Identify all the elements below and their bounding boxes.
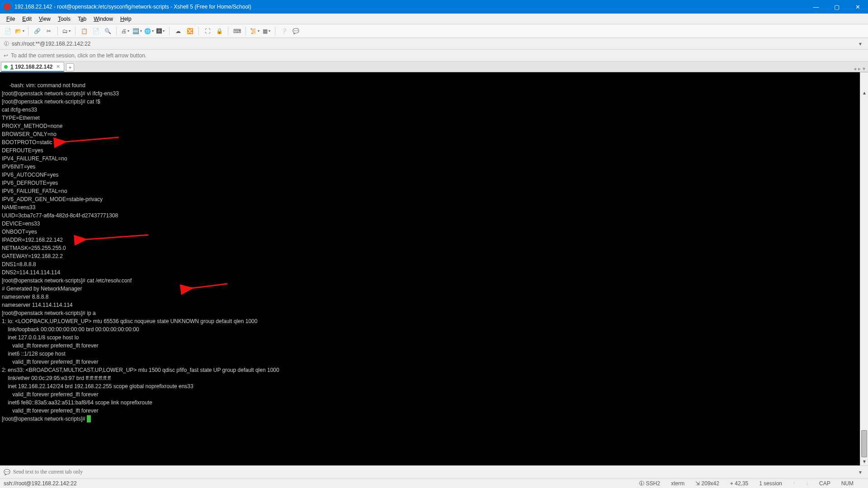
- maximize-button[interactable]: ▢: [826, 0, 847, 14]
- close-button[interactable]: ✕: [847, 0, 868, 14]
- hint-text: To add the current session, click on the…: [11, 52, 146, 59]
- arrow-left-icon[interactable]: ↩: [4, 52, 8, 59]
- new-session-icon[interactable]: 📄: [3, 26, 13, 36]
- fullscreen-icon[interactable]: ⛶: [203, 26, 212, 36]
- copy-icon[interactable]: 📋: [79, 26, 89, 36]
- address-text: ssh://root:**@192.168.22.142:22: [12, 41, 90, 47]
- separator: [116, 27, 117, 36]
- properties-icon[interactable]: 🗂: [61, 26, 71, 36]
- color-scheme-icon[interactable]: 🅰: [156, 26, 165, 36]
- open-icon[interactable]: 📂: [14, 26, 24, 36]
- terminal-scrollbar[interactable]: ▴ ▾: [860, 72, 868, 465]
- svg-line-2: [191, 284, 227, 288]
- add-tab-button[interactable]: ＋: [66, 63, 74, 71]
- compose-icon[interactable]: ⌨: [232, 26, 242, 36]
- tab-close-icon[interactable]: ✕: [56, 64, 60, 70]
- status-cap: CAP: [819, 480, 830, 487]
- status-sessions: 1 session: [759, 480, 782, 487]
- svg-line-0: [65, 137, 119, 142]
- tab-nav: ◂ ▸ ▾: [854, 66, 865, 72]
- titlebar: 192.168.22.142 - root@openstack:/etc/sys…: [0, 0, 868, 14]
- encoding-icon[interactable]: 🌐: [144, 26, 154, 36]
- annotation-arrow-icon: [54, 127, 123, 155]
- toolbar: 📄 📂 🔗 ✂ 🗂 📋 📄 🔍 🖨 🔤 🌐 🅰 ☁ 🔀 ⛶ 🔒 ⌨ 📜 ▦ ❔ …: [0, 24, 868, 38]
- separator: [198, 27, 199, 36]
- menu-help[interactable]: Help: [117, 14, 135, 24]
- send-input[interactable]: [13, 469, 856, 475]
- status-cursor: ⌖ 42,35: [730, 480, 748, 487]
- sendbar: 💬 ▾: [0, 465, 868, 478]
- tab-label: 1 192.168.22.142: [10, 64, 52, 70]
- status-num: NUM: [841, 480, 854, 487]
- tab-prev-icon[interactable]: ◂: [854, 66, 856, 72]
- print-icon[interactable]: 🖨: [120, 26, 130, 36]
- font-icon[interactable]: 🔤: [132, 26, 142, 36]
- session-tab[interactable]: 1 192.168.22.142 ✕: [1, 62, 64, 72]
- reconnect-icon[interactable]: 🔗: [32, 26, 42, 36]
- script-icon[interactable]: 📜: [250, 26, 259, 36]
- menu-edit[interactable]: Edit: [19, 14, 35, 24]
- menu-tools[interactable]: Tools: [54, 14, 74, 24]
- lock-icon: 🛈: [4, 41, 9, 47]
- terminal-prompt: [root@openstack network-scripts]#: [2, 416, 87, 422]
- chat-support-icon[interactable]: 💬: [291, 26, 301, 36]
- terminal-cursor: [87, 415, 91, 422]
- tunneling-icon[interactable]: 🔀: [185, 26, 195, 36]
- menubar: File Edit View Tools Tab Window Help: [0, 14, 868, 24]
- terminal-output: -bash: vim: command not found [root@open…: [2, 82, 279, 414]
- menu-window[interactable]: Window: [90, 14, 117, 24]
- paste-icon[interactable]: 📄: [91, 26, 101, 36]
- statusbar: ssh://root@192.168.22.142:22 🛈 SSH2 xter…: [0, 478, 868, 488]
- separator: [169, 27, 170, 36]
- status-dot-icon: [4, 65, 8, 69]
- separator: [28, 27, 28, 36]
- hintbar: ↩ To add the current session, click on t…: [0, 50, 868, 61]
- terminal[interactable]: -bash: vim: command not found [root@open…: [0, 72, 868, 465]
- separator: [228, 27, 228, 36]
- menu-tab[interactable]: Tab: [74, 14, 90, 24]
- tile-icon[interactable]: ▦: [261, 26, 271, 36]
- disconnect-icon[interactable]: ✂: [44, 26, 54, 36]
- separator: [245, 27, 246, 36]
- status-traffic-up-icon: ↑: [793, 481, 795, 486]
- status-size: ⇲ 209x42: [695, 480, 719, 487]
- tab-menu-icon[interactable]: ▾: [863, 66, 865, 72]
- app-icon: [4, 3, 11, 10]
- scroll-down-icon[interactable]: ▾: [860, 457, 868, 465]
- address-dropdown-icon[interactable]: ▾: [856, 40, 864, 48]
- annotation-arrow-icon: [181, 274, 232, 301]
- status-traffic-down-icon: ↓: [806, 481, 808, 486]
- scroll-thumb[interactable]: [861, 430, 867, 457]
- separator: [75, 27, 75, 36]
- separator: [57, 27, 58, 36]
- window-title: 192.168.22.142 - root@openstack:/etc/sys…: [14, 4, 806, 10]
- menu-file[interactable]: File: [3, 14, 19, 24]
- help-icon[interactable]: ❔: [279, 26, 289, 36]
- tabstrip: 1 192.168.22.142 ✕ ＋ ◂ ▸ ▾: [0, 61, 868, 72]
- lock-icon[interactable]: 🔒: [214, 26, 224, 36]
- minimize-button[interactable]: —: [806, 0, 826, 14]
- send-target-dropdown-icon[interactable]: ▾: [856, 468, 864, 476]
- svg-line-1: [85, 235, 148, 239]
- scroll-track[interactable]: [860, 80, 868, 457]
- menu-view[interactable]: View: [35, 14, 54, 24]
- annotation-arrow-icon: [75, 225, 153, 253]
- send-icon[interactable]: 💬: [4, 469, 10, 475]
- addressbar[interactable]: 🛈 ssh://root:**@192.168.22.142:22 ▾: [0, 38, 868, 50]
- status-connection: ssh://root@192.168.22.142:22: [4, 480, 77, 487]
- separator: [275, 27, 275, 36]
- xagent-icon[interactable]: ☁: [173, 26, 183, 36]
- status-term: xterm: [671, 480, 684, 487]
- tab-next-icon[interactable]: ▸: [858, 66, 861, 72]
- status-ssh: 🛈 SSH2: [639, 480, 660, 487]
- search-icon[interactable]: 🔍: [103, 26, 113, 36]
